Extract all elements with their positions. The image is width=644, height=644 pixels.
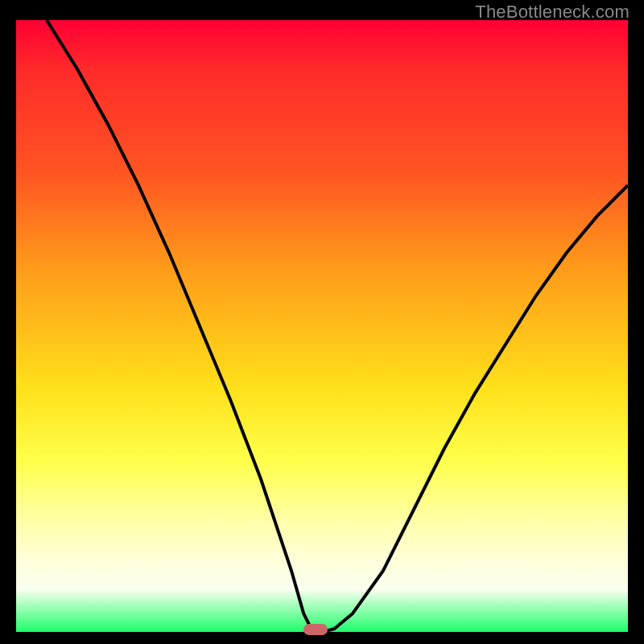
curve-path (47, 20, 628, 632)
optimal-point-marker (303, 624, 328, 635)
bottleneck-curve (16, 20, 628, 632)
plot-area (16, 20, 628, 632)
chart-frame: TheBottleneck.com (0, 0, 644, 644)
